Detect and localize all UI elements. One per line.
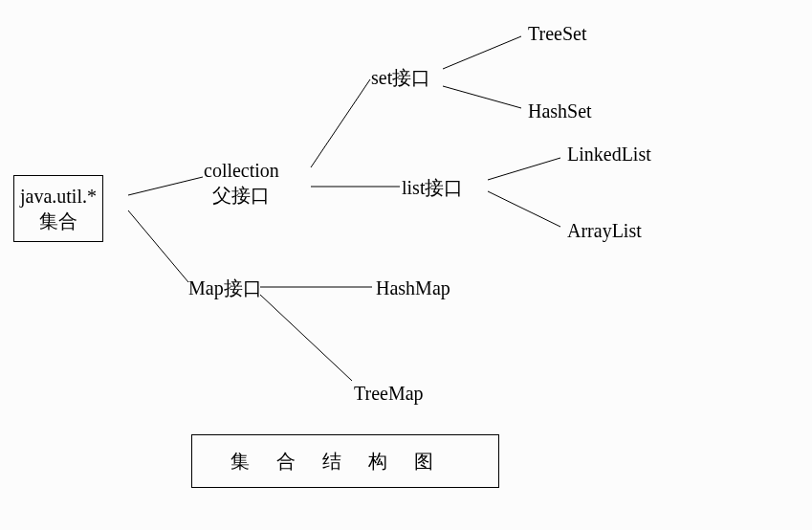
treeset-node: TreeSet bbox=[528, 21, 586, 46]
root-node: java.util.* 集合 bbox=[13, 175, 103, 242]
linkedlist-node: LinkedList bbox=[567, 142, 651, 166]
svg-line-1 bbox=[128, 210, 188, 282]
title-box: 集合结构图 bbox=[191, 434, 499, 488]
svg-line-5 bbox=[443, 86, 521, 108]
list-node: list接口 bbox=[402, 175, 463, 200]
root-line1: java.util.* bbox=[20, 184, 97, 209]
collection-line2: 父接口 bbox=[204, 183, 279, 208]
collection-line1: collection bbox=[204, 158, 279, 183]
collection-node: collection 父接口 bbox=[204, 158, 279, 208]
set-node: set接口 bbox=[371, 65, 430, 90]
svg-line-9 bbox=[260, 295, 352, 381]
title-text: 集合结构图 bbox=[230, 451, 460, 472]
svg-line-4 bbox=[443, 36, 521, 69]
map-node: Map接口 bbox=[188, 276, 262, 300]
hashset-node: HashSet bbox=[528, 99, 592, 123]
svg-line-0 bbox=[128, 177, 203, 195]
svg-line-2 bbox=[311, 79, 370, 167]
treemap-node: TreeMap bbox=[354, 381, 424, 406]
root-line2: 集合 bbox=[20, 209, 97, 233]
svg-line-6 bbox=[488, 158, 560, 180]
svg-line-7 bbox=[488, 191, 560, 227]
arraylist-node: ArrayList bbox=[567, 218, 642, 243]
hashmap-node: HashMap bbox=[376, 276, 450, 300]
